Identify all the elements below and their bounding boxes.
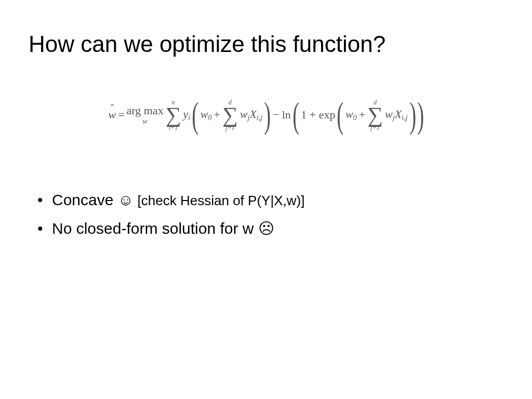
frown-icon: ☹ [258,220,274,237]
minus-ln: − ln [273,108,291,122]
one-plus-exp: 1 + exp [301,108,335,122]
bullet-lead: No closed-form solution for w [52,220,258,237]
y-i: yi [183,108,190,122]
rparen-3: ) [409,101,416,129]
plus-2: + [359,108,365,122]
w0-term-2: w0 [345,108,357,122]
formula-block: w = arg max w n ∑ i=1 yi ( w0 + d ∑ [29,99,503,131]
lparen-3: ( [337,101,344,129]
bullet-list: Concave ☺ [check Hessian of P(Y|X,w)] No… [29,188,503,241]
wj-xij-2: wjXi,j [385,108,408,122]
lhs-w-hat: w [108,108,116,122]
sum-outer-bot: i=1 [169,125,178,131]
argmax: arg max w [127,105,164,125]
lparen-2: ( [292,101,299,129]
wj-xij-1: wjXi,j [240,108,263,122]
bullet-concave: Concave ☺ [check Hessian of P(Y|X,w)] [52,188,503,212]
sigma-icon: ∑ [166,107,181,124]
argmax-label: arg max [127,105,164,116]
sigma-icon: ∑ [222,107,238,124]
smile-icon: ☺ [118,191,134,208]
lparen-1: ( [192,101,198,129]
sigma-icon: ∑ [367,107,383,124]
bullet-tail: [check Hessian of P(Y|X,w)] [134,193,304,208]
sum-inner-2: d ∑ j=1 [367,99,383,131]
w0-term-1: w0 [201,108,212,122]
rparen-2: ) [417,101,424,129]
bullet-lead: Concave [52,191,118,208]
argmax-sub: w [142,117,148,125]
sum-outer: n ∑ i=1 [166,99,181,131]
slide: How can we optimize this function? w = a… [0,0,532,399]
formula: w = arg max w n ∑ i=1 yi ( w0 + d ∑ [108,99,423,131]
equals: = [118,108,124,122]
bullet-no-closed-form: No closed-form solution for w ☹ [52,217,503,241]
plus-1: + [214,108,220,122]
rparen-1: ) [264,101,271,129]
sum-inner-1: d ∑ j=1 [222,99,238,131]
slide-title: How can we optimize this function? [29,31,503,58]
